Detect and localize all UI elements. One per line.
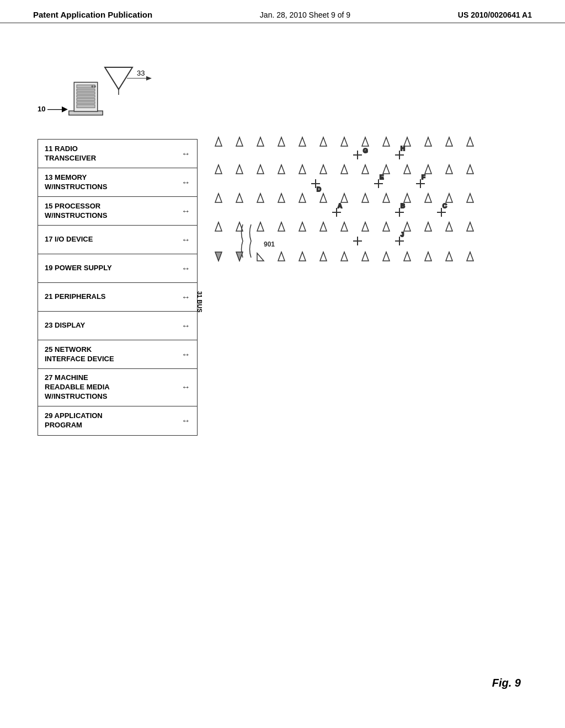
svg-marker-103 xyxy=(320,252,327,261)
svg-marker-88 xyxy=(404,222,411,231)
svg-marker-69 xyxy=(467,194,473,202)
component-label-15: 15 PROCESSORW/INSTRUCTIONS xyxy=(45,202,177,221)
svg-marker-63 xyxy=(341,194,348,202)
arrow-29: ↔ xyxy=(182,416,190,426)
svg-marker-17 xyxy=(236,137,243,146)
arrow-15: ↔ xyxy=(182,206,190,216)
svg-marker-26 xyxy=(425,137,431,146)
component-row-21: 21 PERIPHERALS ↔ xyxy=(38,283,197,312)
cross-B: B xyxy=(395,202,405,217)
svg-rect-7 xyxy=(76,101,94,104)
component-label-27: 27 MACHINEREADABLE MEDIAW/INSTRUCTIONS xyxy=(45,373,177,402)
svg-rect-5 xyxy=(76,95,94,97)
component-row-15: 15 PROCESSORW/INSTRUCTIONS ↔ xyxy=(38,197,197,226)
grid-svg: G H D xyxy=(210,131,552,572)
svg-marker-37 xyxy=(257,165,264,174)
triangle-row-2 xyxy=(215,165,473,174)
arrow-13: ↔ xyxy=(182,178,190,188)
component-row-27: 27 MACHINEREADABLE MEDIAW/INSTRUCTIONS ↔ xyxy=(38,369,197,406)
svg-marker-44 xyxy=(404,165,411,174)
svg-marker-104 xyxy=(341,252,348,261)
svg-marker-98 xyxy=(215,252,222,261)
svg-rect-4 xyxy=(76,92,94,94)
component-row-11: 11 RADIOTRANSCEIVER ↔ xyxy=(38,140,197,168)
triangle-row-3 xyxy=(215,194,473,202)
arrow-21: ↔ xyxy=(182,292,190,302)
svg-text:A: A xyxy=(338,202,342,209)
svg-marker-46 xyxy=(446,165,452,174)
svg-marker-23 xyxy=(362,137,369,146)
cross-E: E xyxy=(374,174,383,188)
component-label-13: 13 MEMORYW/INSTRUCTIONS xyxy=(45,173,177,192)
svg-marker-16 xyxy=(215,137,222,146)
svg-text:C: C xyxy=(443,202,447,209)
svg-text:J: J xyxy=(401,231,404,238)
svg-marker-58 xyxy=(236,194,243,202)
label-10: 10 ——▶ xyxy=(38,105,67,113)
svg-marker-85 xyxy=(341,222,348,231)
svg-marker-82 xyxy=(278,222,285,231)
svg-marker-42 xyxy=(362,165,369,174)
svg-marker-100 xyxy=(257,253,264,261)
svg-marker-90 xyxy=(446,222,452,231)
svg-marker-105 xyxy=(362,252,369,261)
svg-marker-41 xyxy=(341,165,348,174)
arrow-19: ↔ xyxy=(182,264,190,274)
svg-marker-15 xyxy=(146,76,152,81)
cross-D: D xyxy=(311,179,321,192)
cross-G: G xyxy=(353,147,368,159)
svg-marker-108 xyxy=(425,252,431,261)
svg-marker-86 xyxy=(362,222,369,231)
triangle-row-1 xyxy=(215,137,473,146)
cross-J: J xyxy=(395,231,404,245)
svg-marker-83 xyxy=(299,222,306,231)
svg-marker-57 xyxy=(215,194,222,202)
svg-point-9 xyxy=(91,85,93,87)
svg-marker-64 xyxy=(362,194,369,202)
bus-label: 31 BUS xyxy=(196,291,203,313)
svg-marker-21 xyxy=(320,137,327,146)
svg-marker-39 xyxy=(299,165,306,174)
header-right: US 2010/0020641 A1 xyxy=(458,10,532,19)
svg-marker-45 xyxy=(425,165,431,174)
svg-marker-68 xyxy=(446,194,452,202)
triangle-row-5 xyxy=(215,252,473,261)
component-label-21: 21 PERIPHERALS xyxy=(45,292,177,302)
svg-marker-43 xyxy=(383,165,390,174)
component-label-25: 25 NETWORKINTERFACE DEVICE xyxy=(45,345,177,364)
svg-point-10 xyxy=(94,85,96,87)
component-label-23: 23 DISPLAY xyxy=(45,321,177,330)
component-row-13: 13 MEMORYW/INSTRUCTIONS ↔ xyxy=(38,168,197,197)
svg-marker-38 xyxy=(278,165,285,174)
svg-marker-35 xyxy=(215,165,222,174)
svg-marker-106 xyxy=(383,252,390,261)
svg-marker-67 xyxy=(425,194,431,202)
arrow-25: ↔ xyxy=(182,350,190,360)
svg-marker-91 xyxy=(467,222,473,231)
component-row-29: 29 APPLICATIONPROGRAM ↔ xyxy=(38,406,197,435)
arrow-11: ↔ xyxy=(182,149,190,159)
svg-marker-60 xyxy=(278,194,285,202)
svg-marker-36 xyxy=(236,165,243,174)
svg-marker-59 xyxy=(257,194,264,202)
svg-rect-6 xyxy=(76,98,94,100)
component-label-17: 17 I/O DEVICE xyxy=(45,235,177,244)
svg-text:B: B xyxy=(401,202,405,209)
svg-marker-61 xyxy=(299,194,306,202)
svg-marker-40 xyxy=(320,165,327,174)
svg-marker-62 xyxy=(320,194,327,202)
component-row-23: 23 DISPLAY ↔ xyxy=(38,312,197,340)
arrow-23: ↔ xyxy=(182,321,190,331)
arrow-17: ↔ xyxy=(182,235,190,245)
diagram-area: 10 ——▶ 33 11 RADIOTRANSCEIVER ↔ 13 MEMOR… xyxy=(0,23,565,724)
svg-marker-107 xyxy=(404,252,411,261)
svg-marker-110 xyxy=(467,252,473,261)
svg-marker-101 xyxy=(278,252,285,261)
svg-marker-89 xyxy=(425,222,431,231)
cross-A: A xyxy=(332,202,342,217)
component-row-25: 25 NETWORKINTERFACE DEVICE ↔ xyxy=(38,340,197,369)
svg-rect-3 xyxy=(76,89,94,91)
svg-marker-22 xyxy=(341,137,348,146)
svg-marker-19 xyxy=(278,137,285,146)
svg-marker-28 xyxy=(467,137,473,146)
